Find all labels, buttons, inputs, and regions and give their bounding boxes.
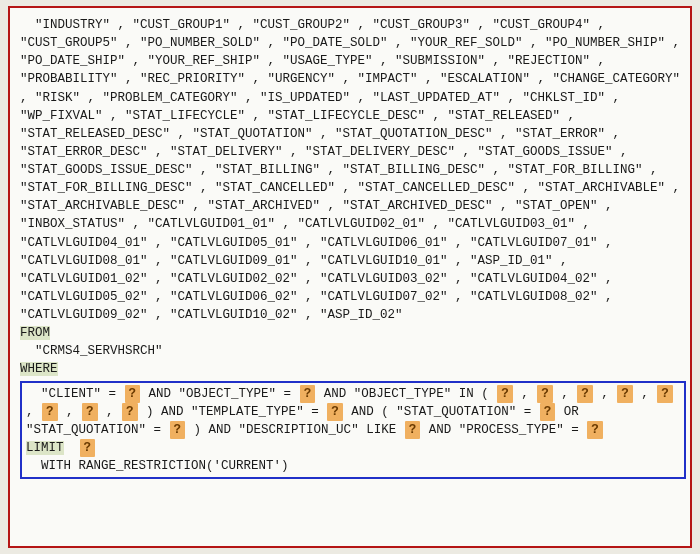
where-clause: "CLIENT" = ? AND "OBJECT_TYPE" = ? AND "… — [26, 385, 680, 439]
placeholder-icon: ? — [577, 385, 593, 403]
placeholder-icon: ? — [617, 385, 633, 403]
placeholder-icon: ? — [657, 385, 673, 403]
col-description-uc: DESCRIPTION_UC — [246, 423, 351, 437]
from-table-name: CRMS4_SERVHSRCH — [43, 344, 156, 358]
placeholder-icon: ? — [327, 403, 343, 421]
placeholder-icon: ? — [170, 421, 186, 439]
placeholder-icon: ? — [540, 403, 556, 421]
select-column-list: "INDUSTRY" , "CUST_GROUP1" , "CUST_GROUP… — [20, 16, 686, 324]
placeholder-icon: ? — [82, 403, 98, 421]
sql-code-block: "INDUSTRY" , "CUST_GROUP1" , "CUST_GROUP… — [8, 6, 692, 548]
placeholder-icon: ? — [537, 385, 553, 403]
placeholder-icon: ? — [587, 421, 603, 439]
with-range-restriction: WITH RANGE_RESTRICTION('CURRENT') — [41, 459, 289, 473]
col-client: CLIENT — [49, 387, 94, 401]
placeholder-icon: ? — [80, 439, 96, 457]
col-object-type: OBJECT_TYPE — [186, 387, 269, 401]
placeholder-icon: ? — [300, 385, 316, 403]
where-limit-box: "CLIENT" = ? AND "OBJECT_TYPE" = ? AND "… — [20, 381, 686, 480]
placeholder-icon: ? — [405, 421, 421, 439]
col-stat-quotation-2: STAT_QUOTATION — [34, 423, 139, 437]
placeholder-icon: ? — [125, 385, 141, 403]
from-table-line: "CRMS4_SERVHSRCH" — [20, 342, 686, 360]
col-process-type: PROCESS_TYPE — [466, 423, 556, 437]
col-template-type: TEMPLATE_TYPE — [199, 405, 297, 419]
placeholder-icon: ? — [42, 403, 58, 421]
with-clause: WITH RANGE_RESTRICTION('CURRENT') — [26, 457, 680, 475]
keyword-limit: LIMIT — [26, 441, 64, 455]
placeholder-icon: ? — [122, 403, 138, 421]
columns-text: "INDUSTRY" , "CUST_GROUP1" , "CUST_GROUP… — [20, 18, 688, 322]
col-object-type-in: OBJECT_TYPE — [361, 387, 444, 401]
placeholder-icon: ? — [497, 385, 513, 403]
col-stat-quotation: STAT_QUOTATION — [404, 405, 509, 419]
keyword-from: FROM — [20, 326, 50, 340]
keyword-where: WHERE — [20, 362, 58, 376]
